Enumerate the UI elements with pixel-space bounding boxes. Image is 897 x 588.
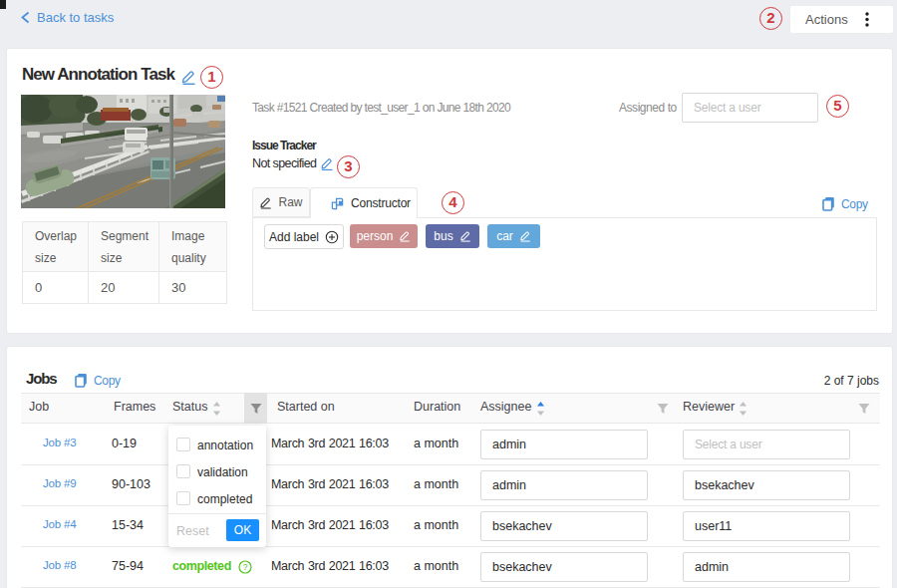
svg-text:?: ?	[243, 562, 248, 572]
